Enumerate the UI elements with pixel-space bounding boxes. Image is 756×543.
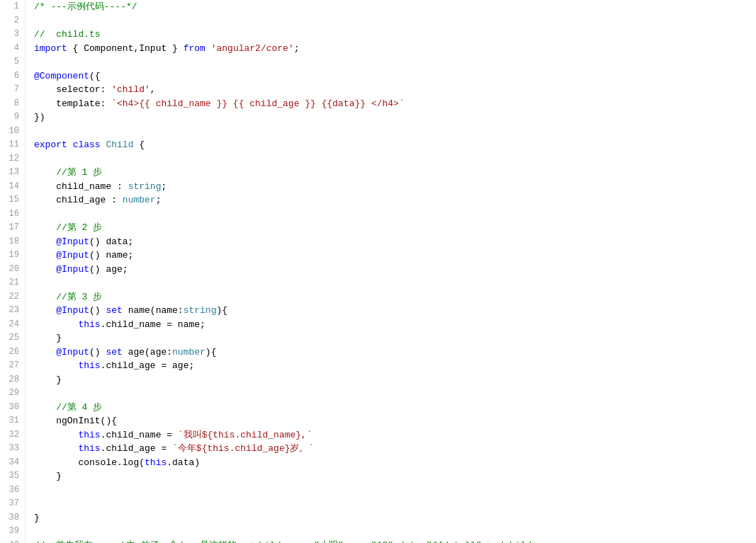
code-token: this <box>78 443 100 454</box>
code-editor: 1234567891011121314151617181920212223242… <box>0 0 756 543</box>
code-token: /* ---示例代码----*/ <box>34 1 137 12</box>
line-number: 38 <box>3 511 19 525</box>
code-line: } <box>34 373 756 387</box>
code-line: this.child_name = name; <box>34 318 756 332</box>
code-token: from <box>184 43 205 54</box>
code-token: // child.ts <box>34 29 101 40</box>
code-line: @Input() data; <box>34 235 756 249</box>
line-number: 5 <box>3 55 19 69</box>
line-number: 31 <box>3 414 19 428</box>
code-token: @Component <box>34 71 89 81</box>
line-number: 3 <box>3 28 19 42</box>
code-token: .child_age = age; <box>101 360 195 371</box>
code-line: selector: 'child', <box>34 83 756 97</box>
code-token: @Input <box>34 305 89 316</box>
code-token: ; <box>156 195 162 205</box>
code-token <box>205 43 211 54</box>
code-line: /* ---示例代码----*/ <box>34 0 756 14</box>
code-token: console.log( <box>34 457 145 468</box>
line-number: 11 <box>3 138 19 152</box>
code-line: } <box>34 469 756 484</box>
line-number: 32 <box>3 428 19 442</box>
code-token: string <box>128 181 162 192</box>
code-line <box>34 125 756 139</box>
code-token: @Input <box>34 250 89 261</box>
line-number: 21 <box>3 276 19 290</box>
code-line: console.log(this.data) <box>34 456 756 470</box>
code-token: //第 3 步 <box>34 292 102 302</box>
code-token <box>34 430 78 440</box>
code-line: //第 2 步 <box>34 221 756 235</box>
line-number: 36 <box>3 484 19 498</box>
code-token: this <box>145 457 167 468</box>
line-number: 23 <box>3 304 19 318</box>
line-number: 8 <box>3 97 19 111</box>
code-token: set <box>106 347 122 358</box>
code-token: //第 2 步 <box>34 222 102 233</box>
code-token: } <box>34 333 62 343</box>
code-token: name(name: <box>123 305 184 316</box>
line-number: 7 <box>3 83 19 97</box>
code-token: this <box>78 319 100 330</box>
line-number: 34 <box>3 456 19 470</box>
code-line <box>34 207 756 222</box>
code-token: age(age: <box>123 347 172 358</box>
code-area[interactable]: /* ---示例代码----*/ // child.tsimport { Com… <box>26 0 756 543</box>
code-line: @Input() set name(name:string){ <box>34 304 756 318</box>
line-number: 6 <box>3 69 19 84</box>
code-line: //第 4 步 <box>34 401 756 415</box>
line-number: 33 <box>3 442 19 456</box>
code-token: export <box>34 139 67 150</box>
code-token: () age; <box>89 264 128 275</box>
code-token: number <box>123 195 156 205</box>
code-line <box>34 497 756 511</box>
line-number: 2 <box>3 14 19 28</box>
code-token: `我叫${this.child_name},` <box>178 430 312 440</box>
line-number: 37 <box>3 497 19 511</box>
code-token: Child <box>106 139 133 150</box>
code-line: this.child_name = `我叫${this.child_name},… <box>34 428 756 442</box>
code-token: import <box>34 43 67 54</box>
code-token: ; <box>161 181 167 192</box>
code-token: } <box>34 375 62 385</box>
code-line: export class Child { <box>34 138 756 152</box>
code-token: `<h4>{{ child_name }} {{ child_age }} {{… <box>111 98 404 109</box>
code-token: ngOnInit(){ <box>34 416 117 426</box>
code-line: template: `<h4>{{ child_name }} {{ child… <box>34 97 756 111</box>
code-token: () name; <box>89 250 133 261</box>
line-number: 26 <box>3 345 19 360</box>
code-line <box>34 152 756 166</box>
line-numbers: 1234567891011121314151617181920212223242… <box>0 0 26 543</box>
code-line: ngOnInit(){ <box>34 414 756 428</box>
line-number: 22 <box>3 290 19 304</box>
code-token: , <box>150 84 156 95</box>
code-token: //第 1 步 <box>34 167 102 178</box>
line-number: 35 <box>3 469 19 484</box>
code-line <box>34 55 756 69</box>
code-line <box>34 14 756 28</box>
code-token: @Input <box>34 347 89 358</box>
code-token: .child_name = name; <box>101 319 205 330</box>
code-token: //第 4 步 <box>34 402 102 413</box>
code-token: `今年${this.child_age}岁。` <box>172 443 314 454</box>
line-number: 14 <box>3 180 19 194</box>
code-token: .child_age = <box>101 443 172 454</box>
line-number: 19 <box>3 248 19 263</box>
code-token: string <box>184 305 217 316</box>
code-token: set <box>106 305 122 316</box>
code-token <box>67 139 73 150</box>
code-token: .data) <box>167 457 200 468</box>
code-token: this <box>78 360 100 371</box>
line-number: 39 <box>3 525 19 539</box>
code-line: //第 1 步 <box>34 166 756 180</box>
code-token: () data; <box>89 236 133 247</box>
code-token: () <box>89 347 106 358</box>
code-line: @Input() age; <box>34 263 756 277</box>
code-line: child_name : string; <box>34 180 756 194</box>
code-token: ({ <box>89 71 101 81</box>
code-line: // child.ts <box>34 28 756 42</box>
code-line: @Input() set age(age:number){ <box>34 345 756 360</box>
line-number: 17 <box>3 221 19 235</box>
code-line: //第 3 步 <box>34 290 756 304</box>
line-number: 1 <box>3 0 19 14</box>
